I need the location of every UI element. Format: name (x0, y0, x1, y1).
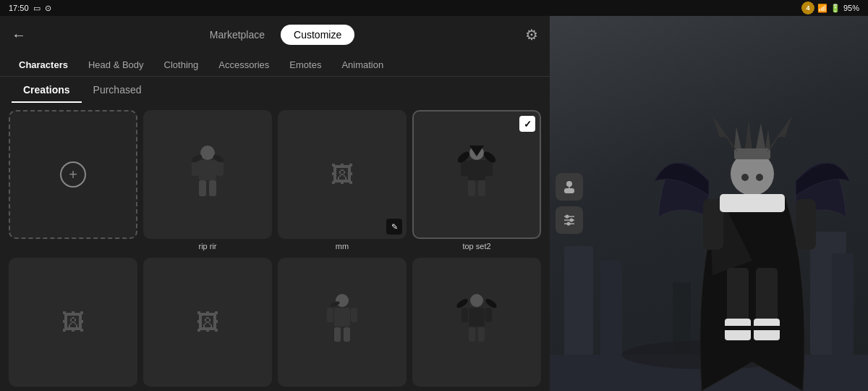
add-character-button[interactable]: + (9, 110, 137, 239)
svg-rect-46 (720, 194, 785, 212)
category-tabs: Characters Head & Body Clothing Accessor… (0, 54, 550, 77)
tab-creations[interactable]: Creations (12, 77, 82, 103)
list-item: rip rir (143, 110, 272, 252)
tab-animation[interactable]: Animation (331, 54, 393, 76)
header-tabs: Marketplace Customize (35, 25, 516, 45)
screen-icon: ▭ (33, 4, 41, 13)
character-preview (426, 124, 527, 224)
customize-tab[interactable]: Customize (281, 25, 354, 45)
list-item: ✓ (412, 110, 541, 252)
svg-rect-3 (216, 160, 224, 176)
svg-rect-51 (725, 326, 751, 330)
left-panel: ← Marketplace Customize ⚙ Characters Hea… (0, 16, 550, 391)
svg-rect-28 (478, 327, 485, 342)
svg-rect-1 (199, 160, 216, 180)
svg-rect-52 (754, 326, 780, 330)
svg-rect-27 (469, 327, 475, 342)
tab-accessories[interactable]: Accessories (208, 54, 279, 76)
svg-rect-5 (209, 180, 216, 196)
list-item (278, 258, 407, 387)
character-item-7[interactable] (278, 258, 407, 387)
list-item: 🖼 (143, 258, 272, 387)
svg-point-29 (455, 298, 469, 310)
status-right: 4 📶 🔋 95% (801, 1, 859, 14)
items-grid: + (9, 110, 541, 387)
svg-rect-13 (478, 180, 485, 196)
svg-rect-18 (327, 308, 333, 322)
character-3d-render: NELK BOY (651, 72, 854, 391)
svg-rect-24 (469, 308, 485, 327)
svg-point-63 (567, 222, 571, 226)
placeholder-icon: 🖼 (196, 309, 219, 336)
record-icon: ⊙ (45, 4, 51, 13)
svg-rect-47 (727, 268, 749, 326)
time-display: 17:50 (9, 4, 29, 12)
svg-rect-2 (192, 160, 199, 176)
svg-rect-32 (564, 246, 593, 355)
selected-checkmark: ✓ (519, 116, 535, 132)
tab-emotes[interactable]: Emotes (279, 54, 331, 76)
right-panel: NELK BOY (550, 16, 868, 391)
tab-purchased[interactable]: Purchased (82, 77, 153, 103)
coin-badge: 4 (801, 1, 814, 14)
character-item-6[interactable]: 🖼 (143, 258, 272, 387)
svg-rect-21 (344, 327, 350, 342)
svg-rect-19 (351, 308, 357, 322)
svg-rect-10 (461, 160, 468, 176)
list-item (412, 258, 541, 387)
character-svg (186, 146, 229, 203)
character-preview (156, 123, 259, 226)
placeholder-icon: 🖼 (61, 309, 85, 336)
placeholder-icon: 🖼 (331, 161, 354, 188)
tab-head-body[interactable]: Head & Body (78, 54, 154, 76)
sliders-icon (563, 214, 576, 227)
signal-icon: 📶 (817, 4, 827, 13)
character-item-8[interactable] (412, 258, 541, 387)
svg-point-59 (566, 215, 569, 219)
svg-rect-56 (564, 188, 574, 193)
svg-rect-33 (600, 261, 622, 355)
battery-icon: 🔋 (830, 4, 841, 13)
character-item-top-set2[interactable]: ✓ (412, 110, 541, 239)
character-svg (455, 146, 498, 203)
marketplace-tab[interactable]: Marketplace (197, 25, 278, 45)
svg-rect-11 (485, 160, 493, 176)
tab-characters[interactable]: Characters (9, 54, 78, 76)
battery-percent: 95% (843, 4, 859, 12)
svg-rect-26 (485, 308, 492, 322)
character-item-rip-rir[interactable] (143, 110, 272, 239)
svg-point-54 (756, 174, 763, 181)
svg-rect-45 (796, 199, 816, 250)
svg-point-53 (741, 174, 749, 181)
svg-rect-20 (334, 327, 341, 342)
svg-rect-12 (468, 180, 475, 196)
svg-point-0 (200, 146, 215, 160)
list-item: 🖼 ✎ mm (278, 110, 407, 252)
character-svg (455, 293, 498, 351)
status-left: 17:50 ▭ ⊙ (9, 4, 51, 13)
coin-count: 4 (806, 4, 809, 12)
svg-rect-25 (461, 308, 468, 322)
edit-badge: ✎ (386, 219, 402, 235)
svg-rect-48 (756, 268, 778, 326)
svg-rect-17 (334, 308, 350, 327)
character-label-rip-rir: rip rir (143, 239, 272, 252)
tab-clothing[interactable]: Clothing (154, 54, 209, 76)
settings-icon[interactable]: ⚙ (525, 26, 538, 43)
side-buttons (556, 173, 583, 234)
character-preview (425, 271, 528, 374)
add-circle-icon: + (60, 161, 86, 188)
svg-point-55 (566, 181, 572, 187)
character-label-mm: mm (278, 239, 407, 252)
sliders-button[interactable] (556, 206, 583, 234)
character-item-mm[interactable]: 🖼 ✎ (278, 110, 407, 239)
character-item-5[interactable]: 🖼 (9, 258, 137, 387)
svg-point-23 (470, 294, 483, 307)
character-label-top-set2: top set2 (412, 239, 541, 252)
avatar-icon (563, 180, 576, 193)
back-button[interactable]: ← (12, 27, 26, 43)
svg-point-30 (484, 298, 498, 310)
avatar-view-button[interactable] (556, 173, 583, 201)
svg-rect-9 (468, 160, 485, 180)
header: ← Marketplace Customize ⚙ (0, 16, 550, 54)
